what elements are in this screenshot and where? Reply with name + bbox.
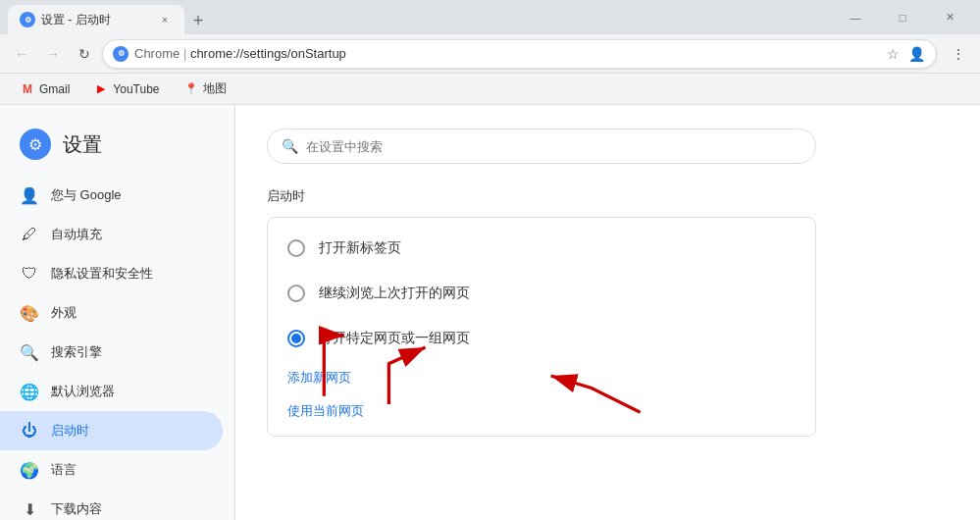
navbar-right: ⋮	[945, 40, 972, 68]
tab-favicon: ⚙	[20, 12, 35, 27]
bookmark-icon[interactable]: ☆	[883, 44, 903, 64]
search-icon: 🔍	[282, 138, 298, 154]
startup-icon: ⏻	[20, 421, 39, 441]
startup-options-card: 打开新标签页 继续浏览上次打开的网页 打开特定网页或一组网页	[267, 217, 816, 437]
maps-icon: 📍	[183, 81, 199, 97]
option-new-tab[interactable]: 打开新标签页	[268, 226, 815, 271]
address-url: chrome://settings/onStartup	[190, 46, 346, 61]
option-specific-label: 打开特定网页或一组网页	[319, 330, 470, 347]
tab-bar: ⚙ 设置 - 启动时 × +	[8, 0, 212, 34]
maximize-button[interactable]: □	[880, 0, 925, 34]
option-continue-label: 继续浏览上次打开的网页	[319, 285, 470, 302]
sidebar-item-autofill[interactable]: 🖊 自动填充	[0, 215, 223, 254]
browser-icon: 🌐	[20, 382, 39, 401]
content-area: 🔍 启动时 打开新标签页 继续浏览上次打开的网页	[235, 105, 980, 520]
close-button[interactable]: ✕	[927, 0, 972, 34]
search-bar[interactable]: 🔍	[267, 129, 816, 164]
add-page-container: 添加新网页	[268, 361, 815, 394]
window-controls: — □ ✕	[833, 0, 972, 34]
sidebar-label-autofill: 自动填充	[51, 226, 102, 243]
sidebar-label-browser: 默认浏览器	[51, 383, 115, 400]
youtube-label: YouTube	[113, 82, 159, 96]
sidebar-label-language: 语言	[51, 461, 77, 479]
youtube-icon: ▶	[93, 81, 109, 97]
settings-icon-circle: ⚙	[20, 129, 51, 160]
sidebar-label-appearance: 外观	[51, 304, 77, 322]
sidebar-item-startup[interactable]: ⏻ 启动时	[0, 411, 223, 450]
sidebar-item-google[interactable]: 👤 您与 Google	[0, 176, 223, 215]
bookmark-gmail[interactable]: M Gmail	[12, 78, 77, 100]
address-separator: |	[183, 46, 190, 61]
address-icons: ☆ 👤	[883, 44, 926, 64]
radio-specific-inner	[291, 334, 301, 343]
minimize-button[interactable]: —	[833, 0, 878, 34]
content-wrapper: 🔍 启动时 打开新标签页 继续浏览上次打开的网页	[267, 129, 949, 437]
sidebar-header: ⚙ 设置	[0, 121, 234, 176]
language-icon: 🌍	[20, 460, 39, 480]
add-page-link[interactable]: 添加新网页	[287, 370, 351, 385]
sidebar-item-privacy[interactable]: 🛡 隐私设置和安全性	[0, 254, 223, 293]
sidebar-item-downloads[interactable]: ⬇ 下载内容	[0, 490, 223, 520]
section-title: 启动时	[267, 187, 949, 205]
address-bar[interactable]: ⚙ Chrome | chrome://settings/onStartup ☆…	[102, 39, 937, 69]
main-layout: ⚙ 设置 👤 您与 Google 🖊 自动填充 🛡 隐私设置和安全性 🎨 外观 …	[0, 105, 980, 520]
option-specific[interactable]: 打开特定网页或一组网页	[268, 316, 815, 361]
bookmark-maps[interactable]: 📍 地图	[176, 78, 234, 100]
forward-button[interactable]: →	[39, 40, 67, 68]
option-continue[interactable]: 继续浏览上次打开的网页	[268, 271, 815, 316]
radio-specific[interactable]	[287, 330, 305, 347]
back-button[interactable]: ←	[8, 40, 35, 68]
address-brand: Chrome | chrome://settings/onStartup	[134, 46, 877, 61]
sidebar-item-browser[interactable]: 🌐 默认浏览器	[0, 372, 223, 411]
sidebar-label-search: 搜索引擎	[51, 343, 102, 361]
use-current-container: 使用当前网页	[268, 394, 815, 428]
extensions-icon[interactable]: ⋮	[945, 40, 972, 68]
downloads-icon: ⬇	[20, 499, 39, 519]
tab-close-button[interactable]: ×	[157, 12, 173, 27]
sidebar-item-language[interactable]: 🌍 语言	[0, 450, 223, 490]
profile-icon[interactable]: 👤	[906, 44, 926, 64]
google-icon: 👤	[20, 185, 39, 205]
use-current-link[interactable]: 使用当前网页	[287, 403, 364, 418]
sidebar-item-search[interactable]: 🔍 搜索引擎	[0, 333, 223, 372]
option-new-tab-label: 打开新标签页	[319, 239, 401, 257]
sidebar-label-google: 您与 Google	[51, 186, 122, 204]
radio-continue[interactable]	[287, 285, 305, 302]
gmail-icon: M	[20, 81, 35, 97]
autofill-icon: 🖊	[20, 225, 39, 244]
sidebar-label-downloads: 下载内容	[51, 500, 102, 518]
address-favicon: ⚙	[113, 46, 129, 62]
navbar: ← → ↻ ⚙ Chrome | chrome://settings/onSta…	[0, 34, 980, 74]
search-engine-icon: 🔍	[20, 342, 39, 362]
sidebar-label-privacy: 隐私设置和安全性	[51, 265, 153, 283]
refresh-button[interactable]: ↻	[71, 40, 98, 68]
titlebar: ⚙ 设置 - 启动时 × + — □ ✕	[0, 0, 980, 34]
bookmark-youtube[interactable]: ▶ YouTube	[85, 78, 167, 100]
radio-new-tab[interactable]	[287, 239, 305, 257]
new-tab-button[interactable]: +	[184, 7, 212, 34]
maps-label: 地图	[203, 80, 227, 97]
address-brand-text: Chrome	[134, 46, 180, 61]
active-tab[interactable]: ⚙ 设置 - 启动时 ×	[8, 5, 184, 34]
sidebar: ⚙ 设置 👤 您与 Google 🖊 自动填充 🛡 隐私设置和安全性 🎨 外观 …	[0, 105, 235, 520]
sidebar-label-startup: 启动时	[51, 422, 89, 440]
privacy-icon: 🛡	[20, 264, 39, 284]
sidebar-item-appearance[interactable]: 🎨 外观	[0, 293, 223, 333]
gmail-label: Gmail	[39, 82, 70, 96]
appearance-icon: 🎨	[20, 303, 39, 323]
bookmarks-bar: M Gmail ▶ YouTube 📍 地图	[0, 74, 980, 105]
search-input[interactable]	[306, 139, 801, 154]
sidebar-title: 设置	[63, 131, 102, 158]
tab-title: 设置 - 启动时	[41, 12, 111, 28]
